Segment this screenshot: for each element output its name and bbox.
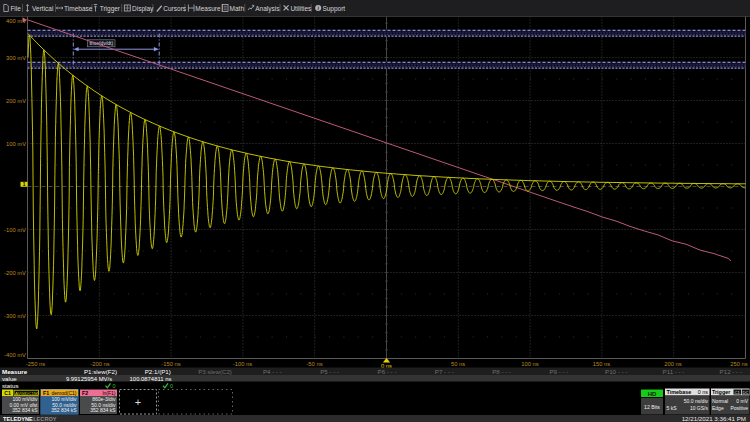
svg-text:Measure: Measure [195,5,221,12]
svg-text:12/21/2021 3:36:41 PM: 12/21/2021 3:36:41 PM [682,415,746,422]
svg-text:P1:slew(F2): P1:slew(F2) [84,368,117,375]
svg-text:-300 mV: -300 mV [4,313,26,319]
svg-text:ln(F1): ln(F1) [102,390,115,396]
svg-text:value: value [2,375,17,382]
svg-text:F1: F1 [43,390,49,396]
svg-text:150 ns: 150 ns [593,361,611,367]
svg-text:50 ns: 50 ns [451,361,465,367]
svg-text:Trigger: Trigger [100,5,121,13]
svg-text:P6 - - -: P6 - - - [378,368,397,375]
svg-text:-100 ns: -100 ns [233,361,252,367]
svg-text:-100 mV: -100 mV [4,227,26,233]
svg-text:HD: HD [648,391,657,397]
svg-text:P7 - - -: P7 - - - [435,368,454,375]
svg-text:-250 ns: -250 ns [26,361,45,367]
svg-text:Support: Support [322,5,345,13]
svg-text:10 GS/s: 10 GS/s [690,405,709,411]
svg-text:-200 mV: -200 mV [4,270,26,276]
svg-text:C1: C1 [735,390,741,395]
svg-text:352 834 kS: 352 834 kS [90,407,116,413]
svg-text:352 834 kS: 352 834 kS [51,407,77,413]
svg-text:Edge: Edge [712,405,724,411]
svg-text:200 ns: 200 ns [664,361,682,367]
svg-text:9.99125954 MV/s: 9.99125954 MV/s [66,376,112,382]
svg-text:100 mV: 100 mV [6,141,26,147]
svg-text:P12 - - -: P12 - - - [720,368,742,375]
svg-text:Analysis: Analysis [255,5,280,13]
svg-text:demod(C1): demod(C1) [51,390,76,396]
svg-text:Timebase: Timebase [667,389,692,395]
svg-text:TELEDYNE: TELEDYNE [3,416,33,422]
svg-text:Positive: Positive [730,405,748,411]
svg-text:Trigger: Trigger [712,389,731,395]
svg-text:352 834 kS: 352 834 kS [12,407,38,413]
svg-text:P2:1/(P1): P2:1/(P1) [145,368,171,375]
svg-text:1: 1 [23,182,26,187]
svg-text:C1: C1 [4,390,11,396]
svg-text:P9 - - -: P9 - - - [549,368,568,375]
svg-text:Timebase: Timebase [64,5,93,12]
svg-text:0 mV: 0 mV [736,398,748,404]
svg-text:status: status [2,382,19,389]
svg-text:400 mV: 400 mV [6,18,26,24]
svg-text:P5 - - -: P5 - - - [320,368,339,375]
svg-text:300 mV: 300 mV [6,55,26,61]
svg-text:LECROY: LECROY [33,416,57,422]
svg-text:P4 - - -: P4 - - - [263,368,282,375]
svg-text:P8 - - -: P8 - - - [492,368,511,375]
svg-text:Cursors: Cursors [163,5,187,12]
svg-text:5 kS: 5 kS [667,405,678,411]
svg-text:-200 ns: -200 ns [90,361,109,367]
svg-text:Normal: Normal [712,398,728,404]
svg-text:DC: DC [742,390,748,395]
svg-text:0: 0 [170,383,173,389]
svg-text:Math: Math [230,5,245,12]
svg-text:P3:slew(C2): P3:slew(C2) [198,368,232,375]
svg-text:F2: F2 [82,390,88,396]
svg-text:+: + [135,396,141,408]
svg-text:File: File [10,5,21,12]
svg-text:100.0874811 ns: 100.0874811 ns [130,376,172,382]
svg-text:Vertical: Vertical [32,5,54,12]
svg-text:-50 ns: -50 ns [306,361,322,367]
svg-text:Utilities: Utilities [290,5,312,12]
svg-text:AVG|DC1M: AVG|DC1M [15,391,38,396]
svg-text:P11 - - -: P11 - - - [663,368,685,375]
svg-text:50.0 ns/div: 50.0 ns/div [684,398,709,404]
svg-text:-400 mV: -400 mV [4,352,26,358]
svg-text:100 ns: 100 ns [521,361,539,367]
svg-text:-150 ns: -150 ns [161,361,180,367]
svg-text:250 ns: 250 ns [730,361,748,367]
svg-text:200 mV: 200 mV [6,98,26,104]
svg-text:0: 0 [113,383,116,389]
svg-text:P10 - - -: P10 - - - [605,368,627,375]
svg-text:12 Bits: 12 Bits [644,404,660,410]
svg-text:Display: Display [132,5,154,13]
svg-text:0 ns: 0 ns [698,389,708,395]
